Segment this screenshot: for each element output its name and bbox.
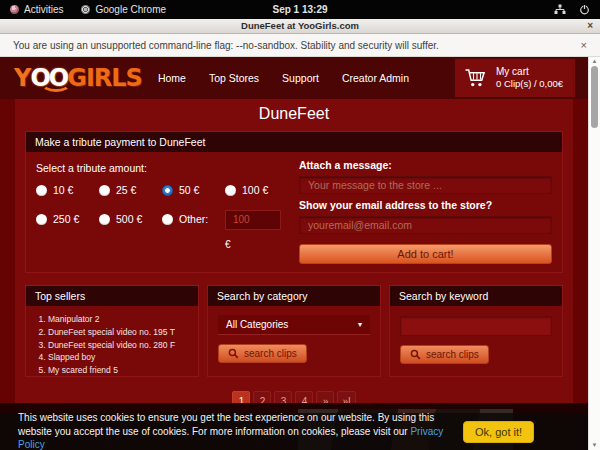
radio-icon[interactable] [162,214,173,225]
cookie-accept-button[interactable]: Ok, got it! [463,421,534,443]
search-clips-label: search clips [244,348,297,359]
scrollbar-thumb[interactable] [591,66,598,128]
tribute-panel: Make a tribute payment to DuneFeet Selec… [25,131,563,273]
warning-message: You are using an unsupported command-lin… [13,40,581,51]
search-keyword-title: Search by keyword [390,286,562,306]
nav-item-home[interactable]: Home [158,72,186,84]
distro-logo-icon [10,5,19,14]
nav-item-support[interactable]: Support [282,72,319,84]
amount-option-500[interactable]: 500 € [99,213,162,225]
vertical-scrollbar[interactable]: ▲ ▼ [588,57,600,450]
amount-option-10[interactable]: 10 € [36,184,99,196]
cookie-text: This website uses cookies to ensure you … [18,412,434,437]
system-top-bar: Activities Google Chrome Sep 1 13:29 [0,0,600,19]
amount-label: 250 € [53,213,79,225]
google-chrome-menu[interactable]: Google Chrome [81,4,166,15]
radio-icon[interactable] [36,185,47,196]
search-icon [228,348,239,359]
message-input[interactable] [299,176,552,194]
top-sellers-list: Manipulator 2 DuneFeet special video no.… [48,313,194,377]
amount-label: 50 € [179,184,199,196]
window-close-icon[interactable]: × [587,19,593,33]
search-keyword-panel: Search by keyword search clips [389,285,563,377]
amount-option-250[interactable]: 250 € [36,213,99,225]
radio-icon[interactable] [99,185,110,196]
web-page: YOOGIRLS Home Top Stores Support Creator… [0,57,588,450]
search-icon [410,349,421,360]
amount-options: 10 € 25 € 50 € [36,184,288,250]
content-container: DuneFeet Make a tribute payment to DuneF… [15,99,573,403]
cookie-message: This website uses cookies to ensure you … [18,411,463,450]
top-sellers-panel: Top sellers Manipulator 2 DuneFeet speci… [25,285,199,377]
cart-summary: 0 Clip(s) / 0,00€ [496,78,563,90]
cart-icon [464,67,488,89]
top-seller-item[interactable]: Manipulator 2 [48,313,194,326]
amount-option-other[interactable]: Other: [162,213,225,225]
amount-label: 10 € [53,184,73,196]
power-icon[interactable] [579,4,590,15]
main-nav: Home Top Stores Support Creator Admin [158,72,409,84]
logo-part-y: Y [14,64,30,92]
logo-part-girls: GIRLS [67,64,142,92]
amount-option-100[interactable]: 100 € [225,184,288,196]
search-category-panel: Search by category All Categories ▾ sear… [207,285,381,377]
tribute-panel-title: Make a tribute payment to DuneFeet [26,132,562,152]
search-category-title: Search by category [208,286,380,306]
message-label: Attach a message: [299,159,552,171]
window-title: DuneFeet at YooGirls.com [241,20,359,31]
search-clips-label: search clips [426,349,479,360]
cookie-notice-bar: This website uses cookies to ensure you … [0,413,588,450]
top-seller-item[interactable]: DuneFeet special video no. 195 T [48,326,194,339]
page-title: DuneFeet [15,99,573,131]
network-icon[interactable] [554,4,566,15]
email-input[interactable] [299,216,552,234]
other-amount-input[interactable] [225,210,281,230]
nav-item-creator-admin[interactable]: Creator Admin [342,72,409,84]
top-seller-item[interactable]: Slapped boy [48,351,194,364]
window-title-bar[interactable]: DuneFeet at YooGirls.com × [0,19,600,34]
my-cart-button[interactable]: My cart 0 Clip(s) / 0,00€ [455,59,575,97]
cart-label: My cart [496,65,563,78]
radio-icon[interactable] [36,214,47,225]
yoogirls-logo[interactable]: YOOGIRLS [14,66,142,90]
category-select[interactable]: All Categories ▾ [218,315,370,335]
top-sellers-title: Top sellers [26,286,198,306]
chrome-menu-label: Google Chrome [95,4,166,15]
radio-icon[interactable] [99,214,110,225]
activities-label: Activities [24,4,63,15]
chevron-down-icon: ▾ [358,320,362,329]
browser-viewport: YOOGIRLS Home Top Stores Support Creator… [0,57,600,450]
chrome-icon [81,5,90,14]
amount-option-50-selected[interactable]: 50 € [162,184,225,196]
site-header: YOOGIRLS Home Top Stores Support Creator… [0,57,588,99]
warning-close-icon[interactable]: × [581,39,587,51]
amount-option-25[interactable]: 25 € [99,184,162,196]
category-selected-option: All Categories [226,319,288,330]
clock[interactable]: Sep 1 13:29 [272,4,327,15]
activities-button[interactable]: Activities [10,4,63,15]
add-to-cart-button[interactable]: Add to cart! [299,244,552,264]
chrome-warning-bar: You are using an unsupported command-lin… [0,34,600,57]
keyword-input[interactable] [400,316,552,336]
amount-label: 100 € [242,184,268,196]
currency-symbol: € [225,239,288,250]
radio-selected-icon[interactable] [162,185,173,196]
scrollbar-down-arrow[interactable]: ▼ [589,442,600,448]
scrollbar-up-arrow[interactable]: ▲ [589,58,600,64]
search-clips-category-button[interactable]: search clips [218,344,307,363]
amount-label: 500 € [116,213,142,225]
email-label: Show your email address to the store? [299,199,552,211]
bottom-panels: Top sellers Manipulator 2 DuneFeet speci… [25,285,563,377]
amount-label: 25 € [116,184,136,196]
search-clips-keyword-button[interactable]: search clips [400,345,489,364]
logo-smile-icon [41,75,71,92]
amount-label: Other: [179,213,208,225]
radio-icon[interactable] [225,185,236,196]
nav-item-top-stores[interactable]: Top Stores [209,72,259,84]
top-seller-item[interactable]: My scared friend 5 [48,364,194,377]
top-seller-item[interactable]: DuneFeet special video no. 280 F [48,339,194,352]
amount-select-label: Select a tribute amount: [36,162,288,174]
